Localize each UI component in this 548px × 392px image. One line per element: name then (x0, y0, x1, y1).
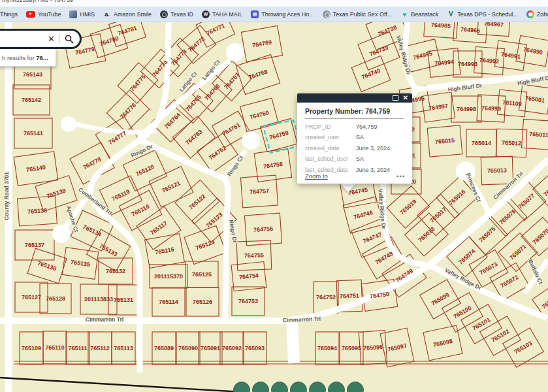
field-value: 764,759 (356, 123, 378, 130)
parcel-label[interactable]: 765127 (22, 294, 41, 301)
bookmark-item[interactable]: Throwing Aces Ho... (251, 10, 314, 18)
bookmark-label: Beanstack (411, 11, 438, 18)
bookmark-label: Texas ID (170, 11, 193, 18)
field-label: created_user (305, 134, 356, 140)
search-icon[interactable] (65, 35, 74, 44)
texas-id-icon (160, 10, 168, 18)
bookmark-item[interactable]: Things (0, 10, 18, 18)
bookmark-label: YouTube (38, 11, 61, 18)
bookmark-item[interactable]: YouTube (26, 11, 61, 18)
bookmark-label: TAHA MAIL (212, 11, 242, 18)
youtube-icon (26, 11, 35, 18)
field-row: last_edited_date June 3, 2024 (305, 167, 404, 173)
search-results-dropdown[interactable]: h results for 76... (0, 48, 56, 67)
texas-public-icon (323, 10, 330, 18)
bookmark-item[interactable]: Amazon Smile (103, 10, 152, 18)
bookmark-item[interactable]: Zoho One (526, 10, 548, 18)
parcel-label[interactable]: 764966 (460, 26, 481, 34)
parcel-label[interactable]: 765095 (342, 345, 361, 351)
parcel-label[interactable]: 765128 (46, 295, 65, 302)
more-options-icon[interactable]: ••• (396, 173, 406, 180)
bookmark-item[interactable]: Beanstack (400, 10, 438, 18)
bookmark-item[interactable]: HMIS (69, 10, 95, 18)
close-icon[interactable]: ✕ (403, 95, 408, 101)
parcel-label[interactable]: 764999 (481, 105, 502, 112)
parcel-label[interactable]: 765143 (23, 71, 42, 78)
parcel-label[interactable]: 201115370 (154, 273, 183, 280)
field-value: June 3, 2024 (356, 145, 390, 152)
field-row: created_user SA (305, 134, 404, 140)
parcel-label[interactable]: 765114 (159, 299, 178, 305)
dock-icon[interactable] (393, 95, 398, 101)
map-canvas[interactable]: Latigo CtLatigo CtRingo DrRingo CtRingo … (0, 0, 548, 392)
parcel-label[interactable]: 765014 (472, 140, 491, 146)
field-label: last_edited_date (305, 167, 356, 173)
bookmark-item[interactable]: Texas Public Sex Off... (323, 10, 392, 18)
bookmark-label: Amazon Smile (114, 11, 152, 18)
parcel-label[interactable]: 764755 (244, 252, 264, 259)
parcel-label[interactable]: 765011 (529, 131, 548, 139)
parcel-label[interactable]: 764998 (457, 106, 476, 112)
street-label: County Road 3701 (3, 172, 10, 220)
bookmark-label: HMIS (80, 11, 95, 18)
search-input[interactable]: ✕ (0, 29, 82, 49)
zoom-to-link[interactable]: Zoom to (305, 172, 328, 180)
parcel-label[interactable]: 764757 (250, 188, 270, 195)
parcel-label[interactable]: 764753 (238, 298, 258, 304)
url-fragment-text: my/M5255ay/YMd - 764759 (2, 0, 73, 3)
parcel-label[interactable]: 765112 (90, 345, 110, 351)
map-background (0, 0, 548, 392)
parcel-label[interactable]: 765131 (114, 297, 133, 303)
parcel-label[interactable]: 765126 (193, 299, 212, 305)
bookmark-label: Things (0, 11, 18, 18)
parcel-label[interactable]: 765089 (154, 345, 174, 351)
taha-mail-icon (202, 10, 210, 18)
popup-titlebar: ✕ (297, 93, 412, 103)
search-divider (59, 34, 60, 44)
field-row: created_date June 3, 2024 (305, 145, 404, 152)
texas-dps-icon (447, 10, 455, 18)
road-stub (292, 321, 294, 363)
parcel-label[interactable]: 765137 (25, 242, 44, 248)
gis-map[interactable]: Latigo CtLatigo CtRingo DrRingo CtRingo … (0, 0, 548, 392)
parcel-label[interactable]: 765132 (106, 268, 125, 274)
parcel-label[interactable]: 765093 (245, 345, 265, 351)
parcel-label[interactable]: 765090 (178, 345, 198, 351)
parcel-label[interactable]: 765111 (68, 345, 87, 351)
parcel-label[interactable]: 765013 (487, 167, 507, 174)
parcel-label[interactable]: 765091 (201, 345, 220, 351)
bookmark-label: Throwing Aces Ho... (261, 11, 314, 18)
parcel-label[interactable]: 765110 (45, 344, 65, 351)
parcel-label[interactable]: 201113833 (84, 296, 113, 302)
parcel-label[interactable]: 765092 (222, 345, 242, 351)
parcel-label[interactable]: 764752 (316, 294, 336, 301)
parcel-label[interactable]: 765113 (114, 345, 133, 351)
bookmark-item[interactable]: TAHA MAIL (202, 10, 242, 18)
parcel-label[interactable]: 764992 (479, 57, 500, 65)
parcel-label[interactable]: 764993 (458, 61, 477, 67)
beanstack-icon (400, 10, 408, 18)
bookmark-label: Texas DPS - Schedul... (457, 11, 518, 18)
parcel-label[interactable]: 765094 (317, 345, 337, 351)
browser-window: Latigo CtLatigo CtRingo DrRingo CtRingo … (0, 0, 548, 392)
parcel-label[interactable]: 765109 (22, 345, 41, 351)
street-label: Cimmarron Trl (283, 316, 321, 323)
parcel-label[interactable]: 765138 (27, 207, 48, 215)
parcel-label[interactable]: 764756 (253, 225, 274, 233)
side-culdesac (61, 116, 76, 132)
parcel-label[interactable]: 765012 (502, 139, 521, 146)
parcel-label[interactable]: 765096 (363, 344, 383, 351)
parcel-label[interactable]: 765125 (192, 271, 212, 278)
bookmark-item[interactable]: Texas DPS - Schedul... (447, 10, 518, 18)
bookmark-label: Zoho One (537, 11, 548, 18)
parcel-label[interactable]: 764965 (431, 22, 451, 29)
bookmark-item[interactable]: Texas ID (160, 10, 193, 18)
bookmarks-bar: ThingsYouTubeHMISAmazon SmileTexas IDTAH… (0, 7, 548, 22)
parcel-label[interactable]: 765142 (22, 97, 41, 103)
parcel-label[interactable]: 765141 (24, 130, 43, 137)
search-results-text: h results for 76... (0, 54, 48, 61)
popup-footer: Zoom to ••• (305, 172, 406, 180)
parcel-label[interactable]: 764751 (340, 292, 359, 299)
clear-search-icon[interactable]: ✕ (48, 35, 55, 43)
field-label: last_edited_user (305, 155, 356, 162)
